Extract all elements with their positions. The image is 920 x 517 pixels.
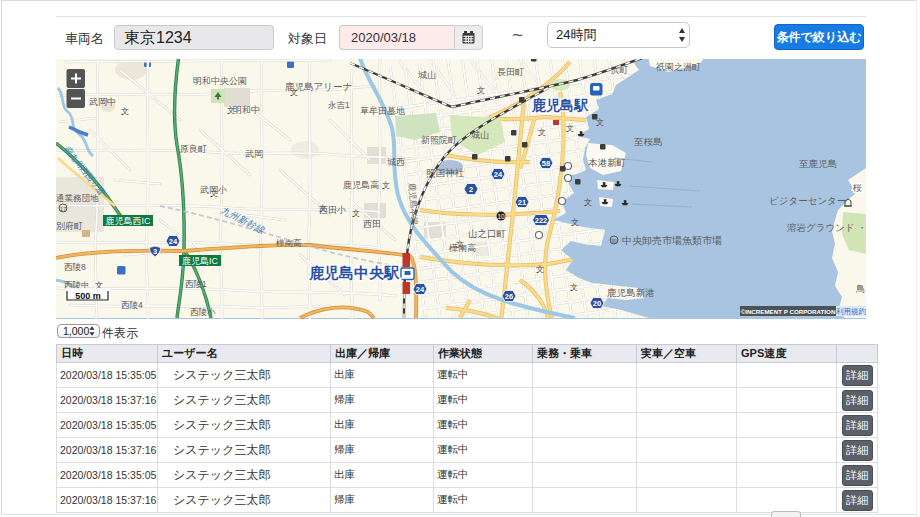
svg-text:24: 24 [169, 237, 178, 246]
svg-text:3: 3 [153, 247, 157, 256]
svg-text:24: 24 [416, 285, 425, 294]
svg-text:浜町: 浜町 [611, 65, 629, 75]
svg-text:21: 21 [518, 198, 526, 207]
svg-text:明和中: 明和中 [233, 105, 260, 115]
svg-text:文: 文 [352, 209, 360, 218]
svg-text:222: 222 [535, 216, 548, 225]
svg-text:17: 17 [60, 206, 67, 212]
svg-text:城西: 城西 [386, 157, 405, 167]
svg-text:樺南高: 樺南高 [448, 243, 476, 253]
svg-text:文: 文 [382, 181, 390, 190]
svg-text:文: 文 [596, 118, 604, 127]
svg-text:500 m: 500 m [75, 291, 101, 301]
svg-text:西陵8: 西陵8 [64, 262, 86, 272]
svg-text:西陵1: 西陵1 [185, 279, 207, 289]
svg-text:文: 文 [536, 265, 544, 274]
svg-text:文: 文 [571, 218, 579, 227]
svg-text:草牟田墓地: 草牟田墓地 [360, 106, 405, 116]
svg-text:長田町: 長田町 [497, 67, 524, 77]
svg-text:至鹿児島: 至鹿児島 [799, 158, 837, 169]
svg-text:原良町: 原良町 [180, 144, 207, 154]
svg-text:文: 文 [570, 283, 578, 292]
svg-text:西田: 西田 [363, 219, 381, 229]
svg-text:溶岩グラウンド ・: 溶岩グラウンド ・ [787, 222, 866, 233]
svg-text:永吉1: 永吉1 [328, 100, 350, 110]
svg-text:文: 文 [538, 128, 546, 137]
svg-text:文: 文 [566, 124, 574, 133]
svg-text:武岡中: 武岡中 [89, 97, 116, 107]
svg-text:©INCREMENT P CORPORATION: ©INCREMENT P CORPORATION [741, 308, 836, 315]
svg-text:至桜島: 至桜島 [634, 136, 663, 147]
svg-text:10: 10 [497, 213, 505, 220]
svg-text:樺南高: 樺南高 [276, 238, 302, 248]
svg-text:西陵小: 西陵小 [190, 307, 216, 317]
svg-text:鹿児島新港: 鹿児島新港 [607, 287, 655, 298]
svg-text:24: 24 [494, 170, 503, 179]
svg-text:2: 2 [469, 185, 473, 194]
svg-text:58: 58 [542, 159, 550, 168]
svg-text:桜: 桜 [852, 183, 862, 193]
svg-text:西陵4: 西陵4 [121, 300, 143, 310]
svg-text:城山: 城山 [417, 70, 436, 80]
svg-text:文: 文 [121, 107, 129, 116]
svg-text:文: 文 [477, 86, 485, 95]
svg-text:26: 26 [505, 292, 513, 301]
svg-text:武岡小: 武岡小 [200, 185, 227, 195]
svg-text:西田小: 西田小 [319, 205, 346, 215]
svg-text:卸: 卸 [611, 238, 617, 244]
svg-text:山之口町: 山之口町 [468, 228, 506, 239]
svg-text:明和中央公園: 明和中央公園 [193, 76, 247, 86]
svg-text:鹿児島駅: 鹿児島駅 [531, 97, 589, 113]
svg-text:鳥: 鳥 [855, 284, 865, 294]
svg-text:祇園之洲町: 祇園之洲町 [655, 62, 701, 72]
svg-text:鹿児島西IC: 鹿児島西IC [106, 216, 152, 226]
svg-text:鹿児島IC: 鹿児島IC [182, 256, 219, 266]
svg-text:照国神社: 照国神社 [426, 167, 465, 179]
svg-text:中央卸売市場魚類市場: 中央卸売市場魚類市場 [622, 235, 722, 246]
svg-text:20: 20 [593, 299, 601, 308]
svg-text:通業務団地: 通業務団地 [56, 193, 99, 203]
svg-text:城山: 城山 [470, 130, 489, 140]
svg-text:鹿児島アリーナ: 鹿児島アリーナ [285, 81, 352, 92]
svg-text:鹿児島高: 鹿児島高 [343, 180, 379, 190]
svg-text:別府町: 別府町 [56, 221, 83, 231]
svg-text:利用規約: 利用規約 [836, 307, 866, 316]
svg-text:ビジターセンター: ビジターセンター [769, 195, 846, 206]
svg-text:本港新町: 本港新町 [588, 157, 626, 168]
svg-text:武岡: 武岡 [245, 149, 263, 159]
svg-text:新照院町: 新照院町 [421, 135, 457, 145]
svg-text:鹿児島中央駅: 鹿児島中央駅 [308, 264, 400, 281]
svg-text:文: 文 [584, 198, 592, 207]
